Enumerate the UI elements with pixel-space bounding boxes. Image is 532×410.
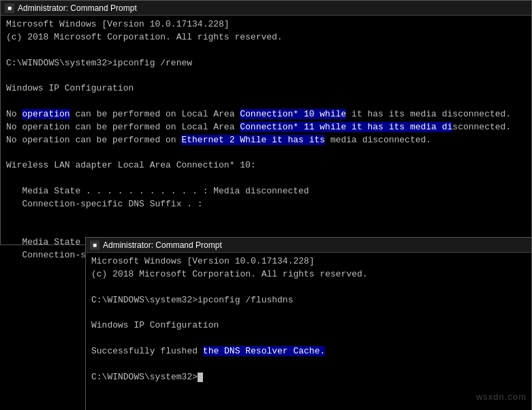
line-4: C:\WINDOWS\system32>ipconfig /renew <box>6 57 526 70</box>
line-14: Media State . . . . . . . . . . . : Medi… <box>6 185 526 198</box>
f-line-5 <box>91 306 526 319</box>
f-line-10: C:\WINDOWS\system32> <box>91 371 526 384</box>
cmd-window-back: ■ Administrator: Command Prompt Microsof… <box>0 0 532 245</box>
highlight-conn2: Connection* 11 while it has its media di <box>240 122 452 132</box>
cmd-window-front: ■ Administrator: Command Prompt Microsof… <box>85 237 532 410</box>
highlight-flush: the DNS Resolver Cache. <box>203 346 325 356</box>
highlight-conn1: Connection* 10 while <box>240 109 346 119</box>
line-1: Microsoft Windows [Version 10.0.17134.22… <box>6 18 526 31</box>
console-front: Microsoft Windows [Version 10.0.17134.22… <box>86 253 531 387</box>
f-line-9 <box>91 358 526 371</box>
cmd-icon-front: ■ <box>90 240 99 250</box>
line-3 <box>6 44 526 57</box>
line-2: (c) 2018 Microsoft Corporation. All righ… <box>6 31 526 44</box>
line-6: Windows IP Configuration <box>6 82 526 95</box>
line-9: No operation can be performed on Local A… <box>6 121 526 134</box>
disc1: disconnected. <box>442 109 511 119</box>
title-text-front: Administrator: Command Prompt <box>103 240 222 250</box>
f-line-2: (c) 2018 Microsoft Corporation. All righ… <box>91 268 526 281</box>
line-11 <box>6 146 526 159</box>
f-line-3 <box>91 281 526 294</box>
dns-icon-area <box>224 319 236 331</box>
line-15: Connection-specific DNS Suffix . : <box>6 198 526 211</box>
title-text-back: Administrator: Command Prompt <box>18 3 137 13</box>
console-back: Microsoft Windows [Version 10.0.17134.22… <box>1 16 531 265</box>
title-bar-front: ■ Administrator: Command Prompt <box>86 238 531 253</box>
line-18 <box>6 224 526 237</box>
cmd-flush: ipconfig /flushdns <box>198 295 293 305</box>
line-7 <box>6 95 526 108</box>
f-line-4: C:\WINDOWS\system32>ipconfig /flushdns <box>91 294 526 307</box>
highlight-eth: Ethernet 2 While it has its <box>181 135 325 145</box>
cursor <box>198 373 203 382</box>
line-8: No operation can be performed on Local A… <box>6 108 526 121</box>
title-bar-back: ■ Administrator: Command Prompt <box>1 1 531 16</box>
highlight-op1: operation <box>22 109 69 119</box>
line-10: No operation can be performed on Etherne… <box>6 134 526 147</box>
cmd-icon-back: ■ <box>5 3 14 13</box>
f-line-8: Successfully flushed the DNS Resolver Ca… <box>91 345 526 358</box>
f-line-1: Microsoft Windows [Version 10.0.17134.22… <box>91 255 526 268</box>
f-line-7 <box>91 333 526 346</box>
line-12: Wireless LAN adapter Local Area Connecti… <box>6 159 526 172</box>
f-line-6: Windows IP Configuration <box>91 319 526 332</box>
line-16 <box>6 211 526 224</box>
line-13 <box>6 172 526 185</box>
line-5 <box>6 69 526 82</box>
